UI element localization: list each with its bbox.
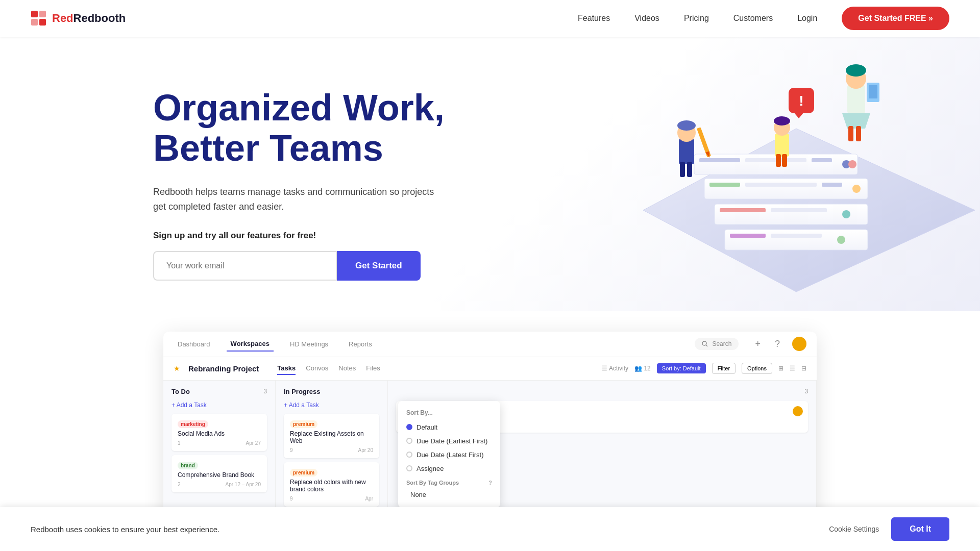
nav-links: Features Videos Pricing Customers Login … (578, 7, 949, 30)
task-meta-assets: 9 Apr 20 (290, 447, 373, 453)
col-inprogress-name: In Progress (284, 388, 321, 395)
filter-button[interactable]: Filter (712, 363, 736, 374)
cookie-actions: Cookie Settings Got It (829, 517, 949, 541)
workspace-name: Rebranding Project (188, 364, 259, 373)
sort-option-latest[interactable]: Due Date (Latest First) (398, 448, 500, 462)
app-tab-reports[interactable]: Reports (345, 337, 376, 351)
cookie-got-it-button[interactable]: Got It (891, 517, 949, 541)
task-tag-premium2: premium (290, 469, 317, 477)
hero-svg: ! (592, 47, 980, 302)
svg-rect-39 (775, 134, 789, 157)
sort-option-default[interactable]: Default (398, 420, 500, 434)
sort-radio-assignee (406, 465, 412, 471)
col-inprogress-header: In Progress (284, 388, 379, 395)
cookie-settings-button[interactable]: Cookie Settings (829, 525, 879, 533)
task-comments: 1 (178, 440, 181, 446)
workspace-tab-convos[interactable]: Convos (306, 362, 328, 375)
view-table-icon[interactable]: ⊟ (801, 365, 806, 372)
app-tab-workspaces[interactable]: Workspaces (227, 337, 274, 352)
hero-section: Organized Work, Better Teams Redbooth he… (0, 37, 980, 311)
svg-rect-12 (709, 183, 740, 187)
svg-rect-21 (730, 234, 766, 238)
get-started-button[interactable]: Get Started (337, 251, 421, 281)
svg-rect-14 (822, 183, 842, 187)
task-meta-brandbook: 2 Apr 12 – Apr 20 (178, 482, 261, 487)
nav-link-customers[interactable]: Customers (733, 14, 773, 23)
hero-title: Organized Work, Better Teams (153, 88, 445, 168)
task-date-4: Apr (365, 496, 373, 502)
task-date-2: Apr 12 – Apr 20 (226, 482, 261, 487)
sort-option-earliest[interactable]: Due Date (Earliest First) (398, 434, 500, 448)
options-button[interactable]: Options (742, 363, 772, 374)
svg-point-26 (677, 120, 696, 131)
logo-icon (31, 10, 47, 27)
workspace-tab-files[interactable]: Files (366, 362, 380, 375)
hero-subtitle: Redbooth helps teams manage tasks and co… (153, 185, 439, 214)
svg-rect-24 (679, 139, 694, 164)
logo[interactable]: RedRedbooth (31, 10, 126, 27)
workspace-tab-tasks[interactable]: Tasks (277, 362, 296, 375)
svg-rect-13 (745, 183, 817, 187)
task-comments-2: 2 (178, 482, 181, 487)
workspace-star-icon[interactable]: ★ (174, 364, 180, 372)
activity-label: ☰ Activity (602, 365, 628, 372)
task-meta-social: 1 Apr 27 (178, 440, 261, 446)
svg-rect-0 (31, 11, 38, 17)
app-tab-dashboard[interactable]: Dashboard (174, 337, 214, 351)
nav-link-pricing[interactable]: Pricing (684, 14, 709, 23)
table-row[interactable]: brand Comprehensive Brand Book 2 Apr 12 … (172, 455, 267, 492)
nav-link-login[interactable]: Login (797, 14, 817, 23)
workspace-tab-notes[interactable]: Notes (338, 362, 356, 375)
add-task-todo[interactable]: + Add a Task (172, 402, 267, 409)
col-extra-count: 3 (804, 388, 808, 395)
table-row[interactable]: marketing Social Media Ads 1 Apr 27 (172, 414, 267, 451)
sort-option-none[interactable]: None (398, 488, 500, 502)
svg-marker-46 (794, 112, 804, 118)
cookie-banner: Redbooth uses cookies to ensure your bes… (0, 507, 980, 551)
sort-radio-latest (406, 452, 412, 458)
view-list-icon[interactable]: ☰ (790, 365, 795, 372)
sort-by-button[interactable]: Sort by: Default (657, 363, 706, 373)
sort-option-earliest-label: Due Date (Earliest First) (416, 437, 487, 445)
task-comments-4: 9 (290, 496, 293, 502)
email-input[interactable] (153, 251, 337, 281)
nav-link-features[interactable]: Features (578, 14, 610, 23)
task-date-3: Apr 20 (358, 447, 373, 453)
svg-point-19 (842, 210, 850, 218)
col-todo-count: 3 (263, 388, 267, 395)
view-grid-icon[interactable]: ⊞ (778, 365, 783, 372)
col-todo-name: To Do (172, 388, 190, 395)
task-name-brandbook: Comprehensive Brand Book (178, 471, 261, 479)
table-row[interactable]: premium Replace Existing Assets on Web 9… (284, 414, 379, 458)
task-tag-brand: brand (178, 462, 198, 469)
hero-content: Organized Work, Better Teams Redbooth he… (153, 78, 445, 281)
svg-point-33 (846, 64, 866, 77)
app-search-bar[interactable]: Search (695, 338, 739, 350)
svg-marker-34 (842, 113, 870, 129)
table-row[interactable]: premium Replace old colors with new bran… (284, 462, 379, 507)
svg-rect-6 (699, 158, 740, 162)
svg-point-23 (837, 236, 845, 244)
plus-icon[interactable]: + (755, 339, 761, 349)
hero-illustration: ! (592, 47, 980, 302)
help-icon[interactable]: ? (775, 339, 780, 349)
svg-line-48 (706, 345, 708, 347)
add-task-inprogress[interactable]: + Add a Task (284, 402, 379, 409)
app-tab-hdmeetings[interactable]: HD Meetings (286, 337, 332, 351)
cookie-text: Redbooth uses cookies to ensure your bes… (31, 525, 219, 534)
workspace-header: ★ Rebranding Project Tasks Convos Notes … (163, 357, 817, 381)
email-form: Get Started (153, 251, 445, 281)
sort-none-label: None (410, 491, 426, 498)
svg-rect-3 (39, 19, 46, 26)
svg-rect-31 (847, 85, 865, 113)
user-avatar[interactable] (792, 337, 806, 351)
svg-point-15 (852, 185, 861, 193)
sort-group-help[interactable]: ? (488, 480, 492, 486)
svg-point-10 (848, 160, 856, 168)
search-placeholder: Search (712, 340, 731, 347)
nav-link-videos[interactable]: Videos (634, 14, 659, 23)
nav-cta-button[interactable]: Get Started FREE » (842, 7, 949, 30)
svg-rect-38 (869, 85, 877, 98)
sort-option-assignee[interactable]: Assignee (398, 462, 500, 475)
board-col-inprogress: In Progress + Add a Task premium Replace… (276, 381, 388, 518)
